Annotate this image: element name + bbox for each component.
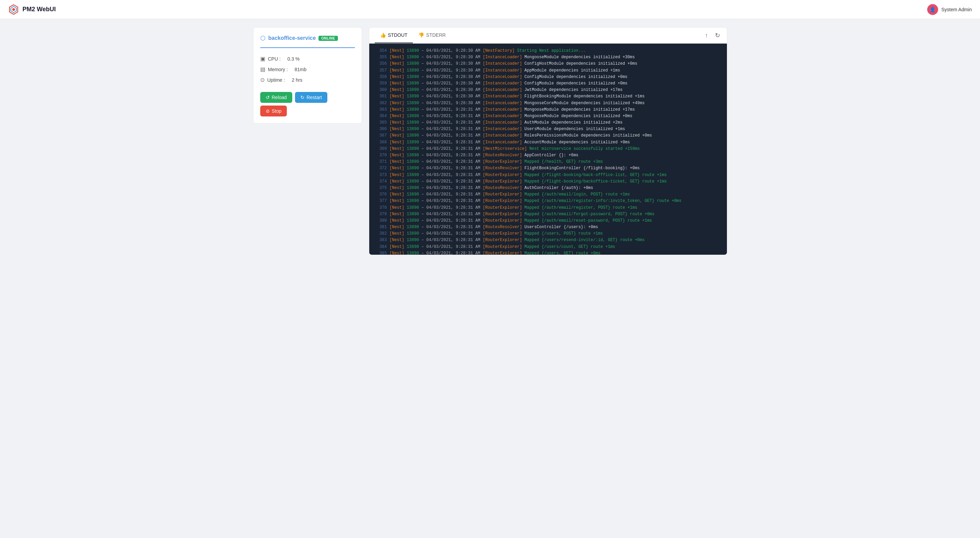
cpu-icon: ▣ (260, 56, 265, 62)
log-line: 371[Nest] 13890 – 04/03/2021, 9:28:31 AM… (375, 159, 721, 165)
uptime-stat: ⊙ Uptime : 2 hrs (260, 75, 355, 85)
stderr-label: STDERR (426, 32, 446, 38)
restart-button[interactable]: ↻ Restart (295, 92, 327, 103)
tab-stdout[interactable]: 👍 STDOUT (375, 28, 413, 43)
log-line: 369[Nest] 13890 – 04/03/2021, 9:28:31 AM… (375, 146, 721, 152)
console-panel: 👍 STDOUT 👎 STDERR ↑ ↻ 354[Nest] 13890 – … (369, 27, 727, 255)
uptime-label: Uptime : (267, 77, 285, 83)
tabs-left: 👍 STDOUT 👎 STDERR (375, 28, 451, 43)
reload-label: Reload (272, 95, 287, 100)
memory-icon: ▤ (260, 66, 265, 73)
user-name: System Admin (942, 7, 972, 12)
log-line: 375[Nest] 13890 – 04/03/2021, 9:28:31 AM… (375, 185, 721, 191)
header-left: PM2 WebUI (8, 4, 56, 15)
log-line: 362[Nest] 13890 – 04/03/2021, 9:28:30 AM… (375, 100, 721, 106)
reload-icon: ↺ (266, 95, 270, 100)
log-line: 361[Nest] 13890 – 04/03/2021, 9:28:30 AM… (375, 93, 721, 100)
memory-label: Memory : (268, 67, 288, 72)
cpu-label: CPU : (268, 56, 281, 62)
terminal[interactable]: 354[Nest] 13890 – 04/03/2021, 9:28:30 AM… (369, 44, 727, 255)
log-line: 359[Nest] 13890 – 04/03/2021, 9:28:30 AM… (375, 80, 721, 87)
uptime-value: 2 hrs (292, 77, 302, 83)
service-cube-icon: ⬡ (260, 34, 266, 42)
log-line: 380[Nest] 13890 – 04/03/2021, 9:28:31 AM… (375, 217, 721, 224)
pm2-logo-icon (8, 4, 19, 15)
stdout-label: STDOUT (388, 32, 408, 38)
log-line: 354[Nest] 13890 – 04/03/2021, 9:28:30 AM… (375, 48, 721, 54)
console-tabs: 👍 STDOUT 👎 STDERR ↑ ↻ (369, 28, 727, 44)
cpu-stat: ▣ CPU : 0.3 % (260, 54, 355, 64)
log-line: 382[Nest] 13890 – 04/03/2021, 9:28:31 AM… (375, 230, 721, 237)
stats-list: ▣ CPU : 0.3 % ▤ Memory : 81mb ⊙ Uptime :… (260, 54, 355, 85)
log-line: 385[Nest] 13890 – 04/03/2021, 9:28:31 AM… (375, 250, 721, 255)
log-line: 374[Nest] 13890 – 04/03/2021, 9:28:31 AM… (375, 178, 721, 185)
restart-label: Restart (307, 95, 322, 100)
log-line: 367[Nest] 13890 – 04/03/2021, 9:28:31 AM… (375, 132, 721, 139)
log-line: 381[Nest] 13890 – 04/03/2021, 9:28:31 AM… (375, 224, 721, 230)
log-line: 357[Nest] 13890 – 04/03/2021, 9:28:30 AM… (375, 67, 721, 74)
log-line: 370[Nest] 13890 – 04/03/2021, 9:28:31 AM… (375, 152, 721, 159)
service-name: backoffice-service (269, 35, 316, 41)
avatar: 👤 (927, 4, 938, 15)
log-line: 368[Nest] 13890 – 04/03/2021, 9:28:31 AM… (375, 139, 721, 146)
tab-stderr[interactable]: 👎 STDERR (413, 28, 451, 43)
stop-icon: ⊘ (266, 108, 270, 114)
restart-icon: ↻ (301, 95, 304, 100)
tabs-right: ↑ ↻ (704, 30, 721, 41)
log-line: 377[Nest] 13890 – 04/03/2021, 9:28:31 AM… (375, 198, 721, 204)
action-buttons: ↺ Reload ↻ Restart ⊘ Stop (260, 92, 355, 116)
log-line: 383[Nest] 13890 – 04/03/2021, 9:28:31 AM… (375, 237, 721, 243)
stop-button[interactable]: ⊘ Stop (260, 106, 287, 116)
log-line: 372[Nest] 13890 – 04/03/2021, 9:28:31 AM… (375, 165, 721, 171)
log-line: 363[Nest] 13890 – 04/03/2021, 9:28:31 AM… (375, 106, 721, 113)
memory-stat: ▤ Memory : 81mb (260, 64, 355, 75)
log-line: 356[Nest] 13890 – 04/03/2021, 9:28:30 AM… (375, 60, 721, 67)
reload-button[interactable]: ↺ Reload (260, 92, 292, 103)
log-line: 364[Nest] 13890 – 04/03/2021, 9:28:31 AM… (375, 113, 721, 119)
sidebar: ⬡ backoffice-service ONLINE ▣ CPU : 0.3 … (253, 27, 362, 124)
uptime-icon: ⊙ (260, 77, 265, 83)
log-line: 376[Nest] 13890 – 04/03/2021, 9:28:31 AM… (375, 191, 721, 198)
log-line: 360[Nest] 13890 – 04/03/2021, 9:28:30 AM… (375, 87, 721, 93)
cpu-value: 0.3 % (288, 56, 300, 62)
log-line: 379[Nest] 13890 – 04/03/2021, 9:28:31 AM… (375, 211, 721, 217)
refresh-button[interactable]: ↻ (714, 30, 721, 41)
log-line: 384[Nest] 13890 – 04/03/2021, 9:28:31 AM… (375, 244, 721, 250)
header-right: 👤 System Admin (927, 4, 972, 15)
log-line: 355[Nest] 13890 – 04/03/2021, 9:28:30 AM… (375, 54, 721, 60)
service-header: ⬡ backoffice-service ONLINE (260, 34, 355, 48)
log-line: 365[Nest] 13890 – 04/03/2021, 9:28:31 AM… (375, 119, 721, 126)
header: PM2 WebUI 👤 System Admin (0, 0, 980, 19)
app-title: PM2 WebUI (22, 6, 56, 13)
thumbs-up-icon: 👍 (380, 32, 386, 38)
log-line: 378[Nest] 13890 – 04/03/2021, 9:28:31 AM… (375, 205, 721, 211)
thumbs-down-icon: 👎 (418, 32, 424, 38)
memory-value: 81mb (295, 67, 307, 72)
status-badge: ONLINE (318, 36, 338, 41)
log-line: 373[Nest] 13890 – 04/03/2021, 9:28:31 AM… (375, 172, 721, 178)
stop-label: Stop (272, 108, 282, 114)
scroll-up-button[interactable]: ↑ (704, 30, 710, 41)
main-layout: ⬡ backoffice-service ONLINE ▣ CPU : 0.3 … (245, 19, 735, 263)
log-line: 366[Nest] 13890 – 04/03/2021, 9:28:31 AM… (375, 126, 721, 132)
log-line: 358[Nest] 13890 – 04/03/2021, 9:28:30 AM… (375, 74, 721, 80)
svg-point-2 (12, 8, 15, 11)
